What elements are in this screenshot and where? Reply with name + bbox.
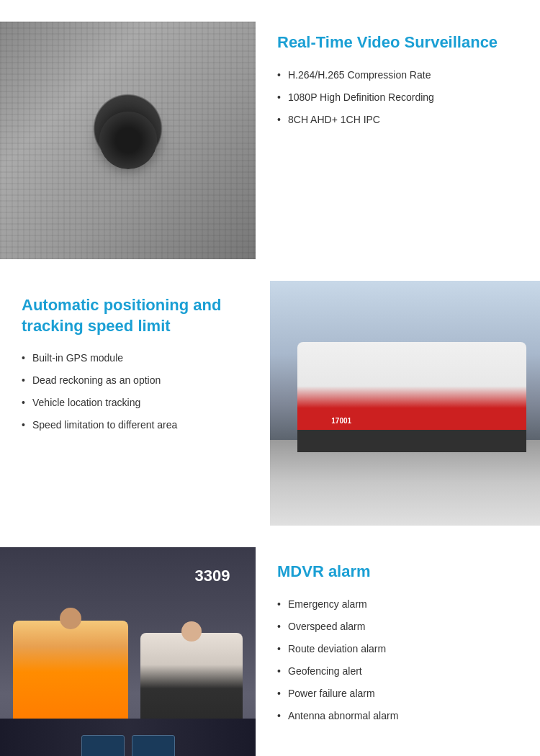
section-realtime-video: Real-Time Video Surveillance H.264/H.265… [0, 0, 540, 274]
list-item: Vehicle location tracking [22, 395, 248, 410]
list-item: H.264/H.265 Compression Rate [277, 68, 522, 83]
bus-image-block [270, 281, 540, 526]
list-item: Route deviation alarm [277, 642, 522, 657]
driver-image [0, 547, 256, 756]
section2-title: Automatic positioning and tracking speed… [22, 295, 248, 336]
driver-image-block [0, 547, 256, 756]
list-item: 1080P High Definition Recording [277, 90, 522, 105]
list-item: 8CH AHD+ 1CH IPC [277, 112, 522, 127]
list-item: Overspeed alarm [277, 619, 522, 634]
bus-shape [297, 342, 527, 452]
list-item: Antenna abnormal alarm [277, 708, 522, 724]
list-item: Power failure alarm [277, 686, 522, 701]
section3-text: MDVR alarm Emergency alarm Overspeed ala… [256, 547, 540, 742]
section-mdvr-alarm: MDVR alarm Emergency alarm Overspeed ala… [0, 540, 540, 756]
bus-image [270, 281, 540, 526]
section2-feature-list: Built-in GPS module Dead reckoning as an… [22, 351, 248, 433]
list-item: Built-in GPS module [22, 351, 248, 366]
section2-text: Automatic positioning and tracking speed… [0, 281, 270, 451]
dashboard [0, 719, 256, 756]
list-item: Geofencing alert [277, 664, 522, 679]
section-positioning: Automatic positioning and tracking speed… [0, 274, 540, 540]
screen-1 [81, 735, 125, 757]
list-item: Emergency alarm [277, 597, 522, 612]
page: Real-Time Video Surveillance H.264/H.265… [0, 0, 540, 756]
section1-feature-list: H.264/H.265 Compression Rate 1080P High … [277, 68, 522, 127]
camera-image [0, 22, 256, 259]
section1-text: Real-Time Video Surveillance H.264/H.265… [256, 22, 540, 145]
section3-feature-list: Emergency alarm Overspeed alarm Route de… [277, 597, 522, 724]
list-item: Dead reckoning as an option [22, 373, 248, 388]
list-item: Speed limitation to different area [22, 418, 248, 433]
section1-title: Real-Time Video Surveillance [277, 32, 522, 53]
screen-2 [132, 735, 175, 757]
section3-title: MDVR alarm [277, 562, 522, 582]
camera-image-block [0, 22, 256, 259]
